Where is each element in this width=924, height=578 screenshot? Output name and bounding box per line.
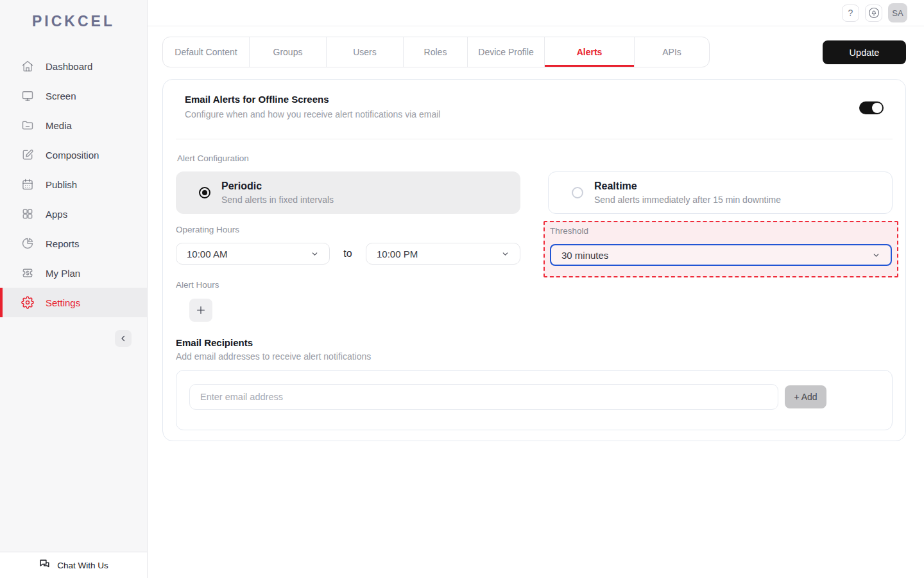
email-alerts-subtitle: Configure when and how you receive alert… <box>185 109 440 119</box>
radio-selected-icon <box>199 187 210 198</box>
operating-hours-selects: 10:00 AM to 10:00 PM <box>176 243 520 265</box>
sidebar-spacer <box>0 347 147 552</box>
grid-icon <box>21 207 34 221</box>
threshold-select[interactable]: 30 minutes <box>550 244 892 266</box>
tab-roles[interactable]: Roles <box>404 37 468 67</box>
tab-users[interactable]: Users <box>327 37 404 67</box>
compose-icon <box>21 148 34 162</box>
monitor-icon <box>21 89 34 103</box>
email-recipients-section: Email Recipients Add email addresses to … <box>176 337 893 430</box>
tab-label: Alerts <box>577 47 603 57</box>
tab-label: Users <box>353 47 377 57</box>
home-icon <box>21 60 34 73</box>
periodic-desc: Send alerts in fixed intervals <box>221 195 334 205</box>
chevron-down-icon <box>501 250 509 258</box>
add-email-button[interactable]: + Add <box>785 385 826 408</box>
tab-groups[interactable]: Groups <box>250 37 327 67</box>
email-alerts-titles: Email Alerts for Offline Screens Configu… <box>185 94 440 119</box>
threshold-value: 30 minutes <box>561 250 608 261</box>
calendar-icon <box>21 178 34 191</box>
email-recipients-card: + Add <box>176 370 893 430</box>
sidebar-item-label: My Plan <box>46 268 80 279</box>
email-alerts-header: Email Alerts for Offline Screens Configu… <box>176 94 893 119</box>
alerts-settings-card: Email Alerts for Offline Screens Configu… <box>162 79 906 441</box>
end-time-value: 10:00 PM <box>377 249 418 259</box>
realtime-texts: Realtime Send alerts immediately after 1… <box>594 180 781 205</box>
settings-tabbar: Default Content Groups Users Roles Devic… <box>162 37 710 67</box>
operating-hours-label: Operating Hours <box>176 225 520 234</box>
notifications-button[interactable] <box>865 4 882 22</box>
topbar: ? SA <box>148 0 924 26</box>
chevron-down-icon <box>311 250 319 258</box>
tab-device-profile[interactable]: Device Profile <box>468 37 545 67</box>
chat-icon <box>38 558 51 572</box>
email-recipients-title: Email Recipients <box>176 337 893 348</box>
alert-configuration-label: Alert Configuration <box>176 153 893 163</box>
tab-label: Default Content <box>175 47 237 57</box>
sidebar: PICKCEL Dashboard Screen Media <box>0 0 148 578</box>
update-button[interactable]: Update <box>823 40 906 64</box>
sidebar-collapse-button[interactable] <box>115 330 132 347</box>
sidebar-item-label: Reports <box>46 238 80 249</box>
alert-hours-section: Alert Hours <box>176 280 520 322</box>
tab-label: Device Profile <box>478 47 533 57</box>
sidebar-item-composition[interactable]: Composition <box>0 140 147 170</box>
chat-label: Chat With Us <box>57 561 108 570</box>
realtime-option[interactable]: Realtime Send alerts immediately after 1… <box>548 171 893 214</box>
avatar[interactable]: SA <box>888 3 907 22</box>
periodic-column: Periodic Send alerts in fixed intervals <box>176 163 520 214</box>
email-address-input[interactable] <box>189 384 778 410</box>
avatar-initials: SA <box>892 8 903 18</box>
sidebar-item-screen[interactable]: Screen <box>0 81 147 110</box>
email-alerts-toggle[interactable] <box>859 101 884 114</box>
toggle-knob <box>872 103 882 113</box>
sidebar-item-reports[interactable]: Reports <box>0 229 147 258</box>
add-alert-hour-button[interactable] <box>189 299 212 322</box>
tab-label: Groups <box>273 47 303 57</box>
plan-ticket-icon <box>21 267 34 280</box>
tab-default-content[interactable]: Default Content <box>163 37 250 67</box>
sidebar-item-label: Screen <box>46 91 76 101</box>
sidebar-item-apps[interactable]: Apps <box>0 199 147 229</box>
alert-hours-label: Alert Hours <box>176 280 520 290</box>
brand-logo: PICKCEL <box>0 0 147 42</box>
threshold-label: Threshold <box>550 226 892 236</box>
periodic-option[interactable]: Periodic Send alerts in fixed intervals <box>176 171 520 214</box>
realtime-desc: Send alerts immediately after 15 min dow… <box>594 195 781 205</box>
periodic-texts: Periodic Send alerts in fixed intervals <box>221 180 334 205</box>
pie-chart-icon <box>21 237 34 250</box>
sidebar-item-publish[interactable]: Publish <box>0 170 147 199</box>
email-recipients-subtitle: Add email addresses to receive alert not… <box>176 351 893 362</box>
chat-with-us-button[interactable]: Chat With Us <box>0 552 147 578</box>
main-area: ? SA Default Content Groups Users Roles … <box>148 0 924 578</box>
tab-label: Roles <box>424 47 447 57</box>
sidebar-item-settings[interactable]: Settings <box>0 288 147 317</box>
email-alerts-title: Email Alerts for Offline Screens <box>185 94 440 105</box>
sidebar-item-label: Publish <box>46 179 77 190</box>
settings-content: Default Content Groups Users Roles Devic… <box>148 26 924 441</box>
sidebar-nav: Dashboard Screen Media Composition <box>0 51 147 317</box>
sidebar-item-label: Media <box>46 120 72 131</box>
start-time-select[interactable]: 10:00 AM <box>176 243 330 265</box>
end-time-select[interactable]: 10:00 PM <box>366 243 520 265</box>
sidebar-item-label: Composition <box>46 150 99 161</box>
to-label: to <box>330 248 366 259</box>
section-divider <box>176 139 893 139</box>
sidebar-item-my-plan[interactable]: My Plan <box>0 258 147 288</box>
hours-threshold-row: Operating Hours 10:00 AM to 10:00 PM <box>176 225 893 322</box>
gear-icon <box>21 296 34 310</box>
alert-config-row: Periodic Send alerts in fixed intervals … <box>176 163 893 214</box>
sidebar-item-dashboard[interactable]: Dashboard <box>0 51 147 81</box>
realtime-title: Realtime <box>594 180 781 192</box>
help-icon: ? <box>848 8 853 18</box>
sidebar-item-label: Settings <box>46 297 80 308</box>
help-button[interactable]: ? <box>842 4 859 22</box>
tabs-row: Default Content Groups Users Roles Devic… <box>162 37 906 67</box>
periodic-title: Periodic <box>221 180 334 192</box>
tab-label: APIs <box>662 47 681 57</box>
radio-unselected-icon <box>572 187 583 198</box>
tab-alerts[interactable]: Alerts <box>545 37 635 67</box>
tab-apis[interactable]: APIs <box>635 37 709 67</box>
sidebar-item-media[interactable]: Media <box>0 110 147 140</box>
plus-icon <box>196 305 206 315</box>
